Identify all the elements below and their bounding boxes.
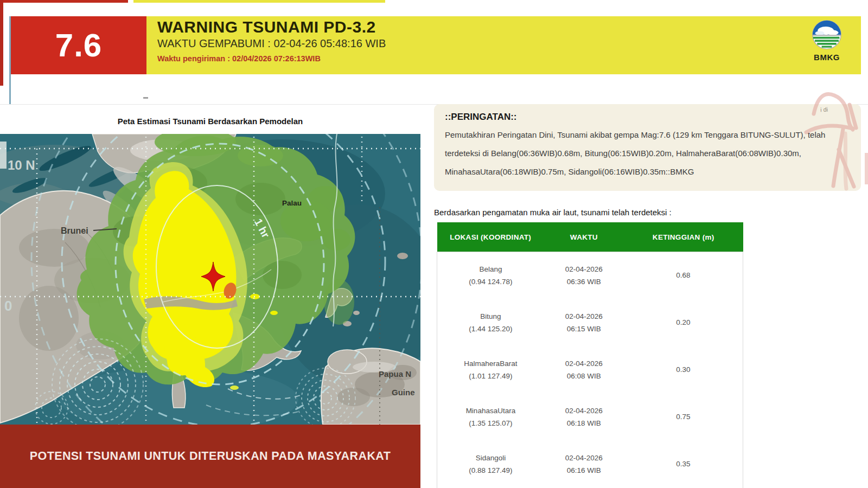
cell-height: 0.68 xyxy=(624,252,743,300)
cell-height: 0.20 xyxy=(624,299,743,346)
observation-table-wrap: LOKASI (KOORDINAT) WAKTU KETINGGIAN (m) … xyxy=(437,222,743,488)
bmkg-logo-label: BMKG xyxy=(809,53,844,62)
col-header-location: LOKASI (KOORDINAT) xyxy=(437,222,544,252)
magnitude-value: 7.6 xyxy=(55,27,102,64)
map-label-brunei: Brunei xyxy=(61,226,88,235)
table-row: Sidangoli (0.88 127.49) 02-04-2026 06:16… xyxy=(437,441,743,488)
cell-location: Belang (0.94 124.78) xyxy=(437,252,544,300)
table-row: HalmaheraBarat (1.01 127.49) 02-04-2026 … xyxy=(437,346,743,394)
cell-time: 02-04-2026 06:15 WIB xyxy=(544,299,624,346)
observation-table: LOKASI (KOORDINAT) WAKTU KETINGGIAN (m) … xyxy=(437,222,743,488)
warning-title: WARNING TSUNAMI PD-3.2 xyxy=(157,18,861,36)
map-canvas: 10 N 0 Brunei 1 hr Palau Papua N Guine xyxy=(0,134,420,425)
potential-banner: POTENSI TSUNAMI UNTUK DITERUSKAN PADA MA… xyxy=(0,425,420,488)
map-title: Peta Estimasi Tsunami Berdasarkan Pemode… xyxy=(0,117,420,126)
observation-intro: Berdasarkan pengamatan muka air laut, ts… xyxy=(434,208,672,217)
quake-time-text: WAKTU GEMPABUMI : 02-04-26 05:48:16 WIB xyxy=(157,37,861,50)
faint-annotation-text: i di xyxy=(820,106,828,113)
col-header-height: KETINGGIAN (m) xyxy=(624,222,743,252)
cell-location: MinahasaUtara (1.35 125.07) xyxy=(437,394,544,441)
bmkg-logo: BMKG xyxy=(809,20,844,62)
latitude-label-0: 0 xyxy=(4,298,12,314)
stray-mark xyxy=(143,97,148,99)
cell-height: 0.75 xyxy=(624,394,743,441)
table-row: Bitung (1.44 125.20) 02-04-2026 06:15 WI… xyxy=(437,299,743,346)
map-label-papua-2: Guine xyxy=(392,388,415,397)
map-label-palau: Palau xyxy=(282,199,302,207)
top-strip-yellow xyxy=(133,0,385,3)
cell-time: 02-04-2026 06:16 WIB xyxy=(544,441,624,488)
bmkg-logo-icon xyxy=(812,20,842,50)
col-header-time: WAKTU xyxy=(544,222,624,252)
magnitude-box: 7.6 xyxy=(11,16,146,74)
cell-time: 02-04-2026 06:18 WIB xyxy=(544,394,624,441)
edge-pink-mark xyxy=(865,153,868,184)
observation-table-body: Belang (0.94 124.78) 02-04-2026 06:36 WI… xyxy=(437,252,743,488)
cell-height: 0.30 xyxy=(624,346,743,394)
cell-location: HalmaheraBarat (1.01 127.49) xyxy=(437,346,544,394)
latitude-label-10n: 10 N xyxy=(8,158,35,172)
left-edge-red-sliver xyxy=(0,0,3,86)
peringatan-heading: ::PERINGATAN:: xyxy=(445,112,850,123)
sent-time-text: Waktu pengiriman : 02/04/2026 07:26:13WI… xyxy=(157,54,861,63)
cell-time: 02-04-2026 06:08 WIB xyxy=(544,346,624,394)
warning-banner: WARNING TSUNAMI PD-3.2 WAKTU GEMPABUMI :… xyxy=(146,16,861,74)
cell-location: Sidangoli (0.88 127.49) xyxy=(437,441,544,488)
table-row: Belang (0.94 124.78) 02-04-2026 06:36 WI… xyxy=(437,252,743,300)
cell-height: 0.35 xyxy=(624,441,743,488)
cell-time: 02-04-2026 06:36 WIB xyxy=(544,252,624,300)
cell-location: Bitung (1.44 125.20) xyxy=(437,299,544,346)
top-strip-red xyxy=(0,0,128,3)
table-row: MinahasaUtara (1.35 125.07) 02-04-2026 0… xyxy=(437,394,743,441)
observation-table-header: LOKASI (KOORDINAT) WAKTU KETINGGIAN (m) xyxy=(437,222,743,252)
map-label-papua-1: Papua N xyxy=(379,369,411,378)
pink-scribble-artifact xyxy=(791,75,868,191)
tsunami-model-map: 10 N 0 Brunei 1 hr Palau Papua N Guine xyxy=(0,134,420,425)
peringatan-body: Pemutakhiran Peringatan Dini, Tsunami ak… xyxy=(445,126,850,181)
potential-banner-text: POTENSI TSUNAMI UNTUK DITERUSKAN PADA MA… xyxy=(30,450,391,463)
